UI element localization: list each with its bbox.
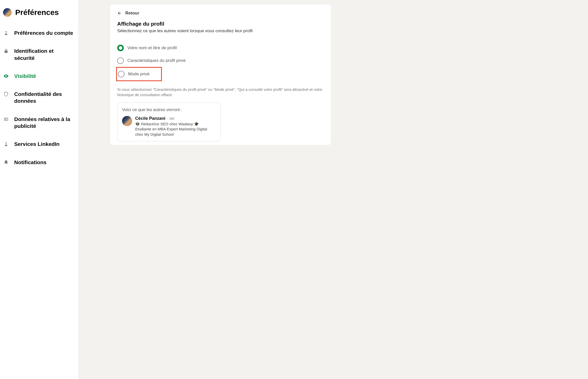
lock-icon xyxy=(3,48,9,54)
section-title: Affichage du profil xyxy=(117,21,324,27)
sidebar-item-security[interactable]: Identification et sécurité xyxy=(0,42,78,67)
newspaper-icon xyxy=(3,116,9,122)
svg-point-1 xyxy=(6,143,7,144)
sidebar-item-label: Notifications xyxy=(14,159,46,166)
settings-card: Retour Affichage du profil Sélectionnez … xyxy=(110,5,331,145)
preview-box: Voici ce que les autres verront : Cécile… xyxy=(117,102,221,141)
page-title: Préférences xyxy=(15,8,59,17)
svg-point-0 xyxy=(6,31,7,32)
sidebar: Préférences Préférences du compte Identi… xyxy=(0,0,78,379)
radio-label: Mode privé xyxy=(128,72,149,77)
eye-icon xyxy=(3,73,9,79)
sidebar-item-label: Préférences du compte xyxy=(14,29,73,36)
bell-icon xyxy=(3,159,9,165)
sidebar-item-data-privacy[interactable]: Confidentialité des données xyxy=(0,85,78,110)
person-icon xyxy=(3,141,9,147)
sidebar-item-label: Services LinkedIn xyxy=(14,141,60,147)
sidebar-item-account-prefs[interactable]: Préférences du compte xyxy=(0,24,78,42)
sidebar-item-notifications[interactable]: Notifications xyxy=(0,153,78,171)
preview-name-row: Cécile Panzani · 1er xyxy=(135,116,216,121)
radio-indicator xyxy=(118,71,125,77)
sidebar-item-label: Visibilité xyxy=(14,73,36,79)
radio-option-name-title[interactable]: Votre nom et titre de profil xyxy=(117,42,324,54)
shield-icon xyxy=(3,91,9,97)
radio-label: Caractéristiques du profil privé xyxy=(127,58,186,63)
sidebar-item-label: Données relatives à la publicité xyxy=(14,116,74,130)
radio-indicator xyxy=(117,45,124,51)
back-button[interactable]: Retour xyxy=(117,11,324,16)
person-icon xyxy=(3,30,9,36)
sidebar-header: Préférences xyxy=(0,5,78,24)
preview-title: Voici ce que les autres verront : xyxy=(122,107,216,112)
section-subtitle: Sélectionnez ce que les autres voient lo… xyxy=(117,28,324,33)
preview-degree: · 1er xyxy=(167,116,175,120)
preview-profile: Cécile Panzani · 1er 👽 Rédactrice SEO ch… xyxy=(122,116,216,137)
sidebar-item-label: Confidentialité des données xyxy=(14,91,74,105)
radio-option-private-characteristics[interactable]: Caractéristiques du profil privé xyxy=(117,54,324,67)
sidebar-item-visibility[interactable]: Visibilité xyxy=(0,67,78,85)
radio-group: Votre nom et titre de profil Caractérist… xyxy=(117,42,324,81)
preview-info: Cécile Panzani · 1er 👽 Rédactrice SEO ch… xyxy=(135,116,216,137)
sidebar-item-label: Identification et sécurité xyxy=(14,47,74,61)
sidebar-item-linkedin-services[interactable]: Services LinkedIn xyxy=(0,135,78,153)
arrow-left-icon xyxy=(117,11,122,15)
radio-option-private-mode[interactable]: Mode privé xyxy=(116,67,162,81)
preview-avatar xyxy=(122,116,132,126)
radio-indicator xyxy=(117,57,124,64)
sidebar-item-advertising[interactable]: Données relatives à la publicité xyxy=(0,110,78,135)
radio-label: Votre nom et titre de profil xyxy=(127,45,177,50)
info-text: Si vous sélectionnez "Caractéristiques d… xyxy=(117,87,324,97)
main-content: Retour Affichage du profil Sélectionnez … xyxy=(78,0,588,379)
back-label: Retour xyxy=(125,11,139,16)
preview-headline: 👽 Rédactrice SEO chez Waalaxy 🎓 Etudiant… xyxy=(135,122,216,137)
avatar[interactable] xyxy=(3,8,12,17)
preview-name: Cécile Panzani xyxy=(135,116,165,121)
